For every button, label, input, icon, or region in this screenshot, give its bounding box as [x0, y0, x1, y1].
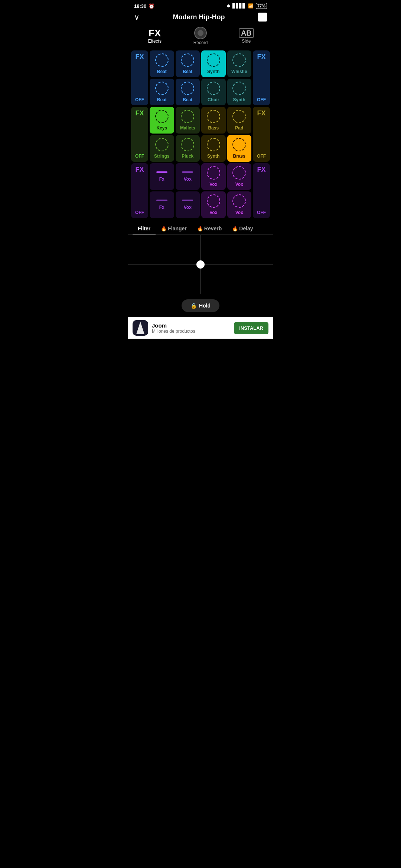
pad-label: Mallets: [180, 125, 195, 131]
pad-pad[interactable]: Pad: [227, 107, 252, 134]
tab-fx[interactable]: FX Effects: [132, 28, 177, 44]
tab-record[interactable]: Record: [177, 27, 223, 45]
pad-bass[interactable]: Bass: [201, 107, 226, 134]
top-tabs: FX Effects Record AB Side: [128, 25, 273, 49]
fx-button-blue[interactable]: FX OFF: [131, 50, 148, 105]
ad-text: Joom Millones de productos: [152, 322, 230, 334]
record-inner: [198, 30, 203, 36]
pad-strings[interactable]: Strings: [150, 135, 174, 162]
pad-whistle[interactable]: Whistle: [227, 50, 252, 77]
pad-pluck[interactable]: Pluck: [176, 135, 200, 162]
tab-filter[interactable]: Filter: [133, 223, 156, 234]
fx-state-purple-r: OFF: [257, 210, 266, 215]
pad-row-green-1: Keys Mallets Bass Pad: [150, 107, 251, 134]
tab-flanger[interactable]: 🔥Flanger: [156, 223, 192, 234]
tab-reverb[interactable]: 🔥Reverb: [192, 223, 227, 234]
tab-fx-label: Effects: [148, 39, 161, 44]
pad-vox-line-1[interactable]: Vox: [176, 163, 200, 190]
pad-label: Fx: [159, 177, 164, 182]
wifi-icon: 📶: [248, 3, 254, 9]
hold-label: Hold: [199, 303, 211, 309]
pad-circle: [181, 53, 194, 67]
status-bar: 18:30 ⏰ ∗ ▋▋▋▋ 📶 77%: [128, 0, 273, 10]
pad-label: Beat: [183, 97, 192, 102]
pad-synth-teal[interactable]: Synth: [227, 79, 252, 105]
pad-row-green-2: Strings Pluck Synth Brass: [150, 135, 251, 162]
ad-install-button[interactable]: INSTALAR: [234, 322, 268, 334]
hold-button[interactable]: 🔒 Hold: [182, 299, 219, 312]
pad-group-purple: FX OFF Fx Vox Vox Vox: [131, 163, 270, 218]
fx-state-blue: OFF: [135, 97, 144, 102]
pad-label: Vox: [184, 205, 192, 210]
pad-circle: [181, 138, 194, 151]
pad-circle: [155, 138, 169, 151]
pad-vox-4[interactable]: Vox: [227, 191, 252, 218]
pad-label: Vox: [209, 182, 217, 187]
status-left: 18:30 ⏰: [134, 3, 154, 9]
fx-label-blue-r: FX: [257, 53, 265, 60]
pad-label: Vox: [184, 177, 192, 182]
alarm-icon: ⏰: [149, 3, 154, 9]
time: 18:30: [134, 3, 146, 9]
fx-label-olive-r: FX: [257, 110, 265, 116]
page-title: Modern Hip-Hop: [140, 13, 258, 21]
fx-label-purple: FX: [135, 166, 144, 173]
lock-icon: 🔒: [190, 303, 197, 309]
ad-logo: [133, 320, 148, 336]
pad-fx-2[interactable]: Fx: [150, 191, 174, 218]
filter-knob[interactable]: [196, 260, 205, 269]
collapse-button[interactable]: ∨: [134, 13, 140, 22]
pad-vox-2[interactable]: Vox: [227, 163, 252, 190]
ab-icon: AB: [239, 28, 254, 38]
pad-circle: [232, 194, 246, 208]
pad-mallets[interactable]: Mallets: [176, 107, 200, 134]
line-icon: [182, 200, 193, 201]
pad-circle: [181, 110, 194, 123]
tab-side-label: Side: [242, 39, 251, 44]
line-icon: [156, 200, 167, 201]
pad-section: FX OFF Beat Beat Synth Whistle: [128, 49, 273, 220]
fx-button-blue-right[interactable]: FX OFF: [253, 50, 270, 105]
pad-beat-2[interactable]: Beat: [176, 50, 200, 77]
pad-label: Beat: [157, 69, 167, 74]
tab-side[interactable]: AB Side: [224, 28, 269, 44]
pad-choir[interactable]: Choir: [201, 79, 226, 105]
pad-vox-1[interactable]: Vox: [201, 163, 226, 190]
pad-inner-green: Keys Mallets Bass Pad Strings: [150, 107, 251, 162]
pad-keys-active[interactable]: Keys: [150, 107, 174, 134]
pad-synth-olive[interactable]: Synth: [201, 135, 226, 162]
pad-beat-1[interactable]: Beat: [150, 50, 174, 77]
pad-circle: [207, 194, 220, 208]
pad-fx-1[interactable]: Fx: [150, 163, 174, 190]
pad-circle: [181, 82, 194, 95]
fx-button-purple[interactable]: FX OFF: [131, 163, 148, 218]
pad-label: Choir: [208, 97, 219, 102]
pad-beat-3[interactable]: Beat: [150, 79, 174, 105]
filter-tabs: Filter 🔥Flanger 🔥Reverb 🔥Delay: [128, 220, 273, 235]
stop-button[interactable]: [258, 13, 267, 22]
pad-group-blue: FX OFF Beat Beat Synth Whistle: [131, 50, 270, 105]
pad-brass-active[interactable]: Brass: [227, 135, 252, 162]
pad-circle: [232, 166, 246, 180]
fx-button-purple-right[interactable]: FX OFF: [253, 163, 270, 218]
pad-label: Keys: [156, 125, 167, 131]
fx-label-blue: FX: [135, 53, 144, 60]
pad-vox-line-2[interactable]: Vox: [176, 191, 200, 218]
tab-delay[interactable]: 🔥Delay: [227, 223, 258, 234]
delay-icon: 🔥: [232, 226, 238, 231]
pad-inner-blue: Beat Beat Synth Whistle Beat: [150, 50, 251, 105]
filter-area[interactable]: [128, 235, 273, 294]
pad-circle: [207, 110, 220, 123]
delay-label: Delay: [239, 226, 253, 231]
fx-state-purple: OFF: [135, 210, 144, 215]
reverb-icon: 🔥: [197, 226, 203, 231]
pad-row-purple-1: Fx Vox Vox Vox: [150, 163, 251, 190]
fx-button-green[interactable]: FX OFF: [131, 107, 148, 162]
pad-vox-3[interactable]: Vox: [201, 191, 226, 218]
fx-button-olive-right[interactable]: FX OFF: [253, 107, 270, 162]
pad-beat-4[interactable]: Beat: [176, 79, 200, 105]
pad-synth-active[interactable]: Synth: [201, 50, 226, 77]
pad-circle: [155, 82, 169, 95]
pad-label: Bass: [208, 125, 219, 131]
pad-circle: [207, 166, 220, 180]
